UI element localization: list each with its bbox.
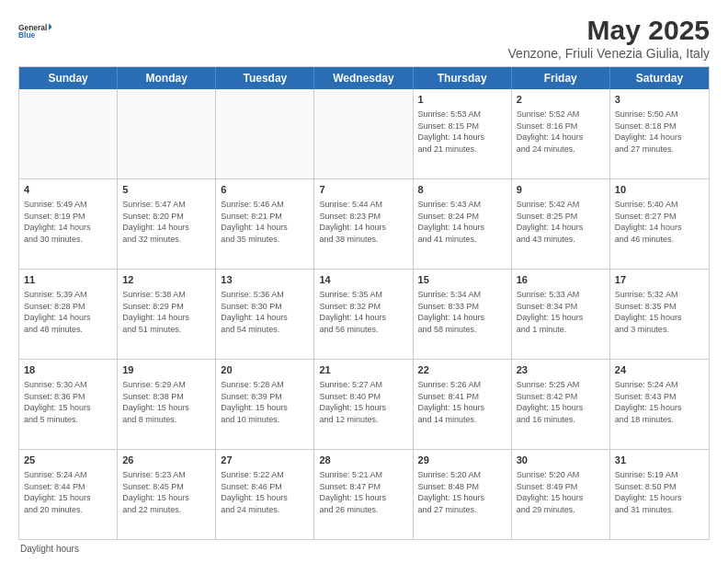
calendar-cell: 7Sunrise: 5:44 AM Sunset: 8:23 PM Daylig…	[314, 179, 413, 269]
subtitle: Venzone, Friuli Venezia Giulia, Italy	[508, 46, 710, 61]
calendar-cell: 30Sunrise: 5:20 AM Sunset: 8:49 PM Dayli…	[512, 450, 610, 539]
svg-text:Blue: Blue	[18, 30, 36, 40]
day-header-monday: Monday	[118, 67, 216, 89]
day-number: 3	[615, 93, 704, 107]
calendar-cell: 29Sunrise: 5:20 AM Sunset: 8:48 PM Dayli…	[414, 450, 512, 539]
sun-info: Sunrise: 5:32 AM Sunset: 8:35 PM Dayligh…	[615, 290, 682, 334]
day-number: 16	[517, 273, 605, 287]
calendar-cell	[216, 89, 314, 178]
day-number: 21	[319, 363, 407, 377]
day-number: 17	[615, 273, 704, 287]
sun-info: Sunrise: 5:52 AM Sunset: 8:16 PM Dayligh…	[517, 109, 584, 154]
day-number: 12	[122, 273, 210, 287]
calendar-week-3: 11Sunrise: 5:39 AM Sunset: 8:28 PM Dayli…	[19, 270, 709, 360]
calendar-cell: 11Sunrise: 5:39 AM Sunset: 8:28 PM Dayli…	[19, 270, 118, 359]
day-number: 5	[122, 183, 210, 197]
day-number: 10	[615, 183, 704, 197]
day-number: 25	[24, 454, 112, 467]
sun-info: Sunrise: 5:36 AM Sunset: 8:30 PM Dayligh…	[221, 290, 288, 334]
calendar-week-2: 4Sunrise: 5:49 AM Sunset: 8:19 PM Daylig…	[19, 179, 709, 270]
sun-info: Sunrise: 5:20 AM Sunset: 8:48 PM Dayligh…	[418, 470, 485, 514]
calendar-cell: 15Sunrise: 5:34 AM Sunset: 8:33 PM Dayli…	[414, 270, 512, 359]
sun-info: Sunrise: 5:50 AM Sunset: 8:18 PM Dayligh…	[615, 109, 682, 154]
day-number: 9	[517, 183, 605, 197]
calendar-cell: 9Sunrise: 5:42 AM Sunset: 8:25 PM Daylig…	[512, 179, 610, 269]
page: General Blue May 2025 Venzone, Friuli Ve…	[0, 0, 728, 563]
calendar-cell	[19, 89, 118, 178]
calendar-cell: 2Sunrise: 5:52 AM Sunset: 8:16 PM Daylig…	[512, 89, 610, 178]
sun-info: Sunrise: 5:28 AM Sunset: 8:39 PM Dayligh…	[221, 380, 288, 424]
day-number: 7	[319, 183, 407, 197]
sun-info: Sunrise: 5:35 AM Sunset: 8:32 PM Dayligh…	[319, 290, 386, 334]
calendar-cell: 3Sunrise: 5:50 AM Sunset: 8:18 PM Daylig…	[610, 89, 709, 178]
sun-info: Sunrise: 5:53 AM Sunset: 8:15 PM Dayligh…	[418, 109, 485, 154]
sun-info: Sunrise: 5:29 AM Sunset: 8:38 PM Dayligh…	[122, 380, 189, 424]
calendar-cell: 1Sunrise: 5:53 AM Sunset: 8:15 PM Daylig…	[414, 89, 512, 178]
calendar-cell: 31Sunrise: 5:19 AM Sunset: 8:50 PM Dayli…	[610, 450, 709, 539]
day-number: 24	[615, 363, 704, 377]
calendar-cell: 14Sunrise: 5:35 AM Sunset: 8:32 PM Dayli…	[314, 270, 413, 359]
sun-info: Sunrise: 5:23 AM Sunset: 8:45 PM Dayligh…	[122, 470, 189, 514]
calendar-body: 1Sunrise: 5:53 AM Sunset: 8:15 PM Daylig…	[19, 89, 709, 539]
day-number: 28	[319, 454, 407, 467]
calendar-cell: 4Sunrise: 5:49 AM Sunset: 8:19 PM Daylig…	[19, 179, 118, 269]
calendar-cell: 20Sunrise: 5:28 AM Sunset: 8:39 PM Dayli…	[216, 360, 314, 449]
calendar-week-4: 18Sunrise: 5:30 AM Sunset: 8:36 PM Dayli…	[19, 360, 709, 450]
calendar-cell: 27Sunrise: 5:22 AM Sunset: 8:46 PM Dayli…	[216, 450, 314, 539]
calendar-cell: 6Sunrise: 5:46 AM Sunset: 8:21 PM Daylig…	[216, 179, 314, 269]
calendar-week-5: 25Sunrise: 5:24 AM Sunset: 8:44 PM Dayli…	[19, 450, 709, 539]
calendar-cell: 16Sunrise: 5:33 AM Sunset: 8:34 PM Dayli…	[512, 270, 610, 359]
calendar-cell: 23Sunrise: 5:25 AM Sunset: 8:42 PM Dayli…	[512, 360, 610, 449]
day-number: 2	[517, 93, 605, 107]
calendar-cell: 28Sunrise: 5:21 AM Sunset: 8:47 PM Dayli…	[314, 450, 413, 539]
calendar-cell: 25Sunrise: 5:24 AM Sunset: 8:44 PM Dayli…	[19, 450, 118, 539]
sun-info: Sunrise: 5:33 AM Sunset: 8:34 PM Dayligh…	[517, 290, 584, 334]
day-number: 27	[221, 454, 309, 467]
calendar-cell: 19Sunrise: 5:29 AM Sunset: 8:38 PM Dayli…	[118, 360, 216, 449]
day-number: 6	[221, 183, 309, 197]
sun-info: Sunrise: 5:25 AM Sunset: 8:42 PM Dayligh…	[517, 380, 584, 424]
calendar: SundayMondayTuesdayWednesdayThursdayFrid…	[18, 66, 710, 540]
sun-info: Sunrise: 5:43 AM Sunset: 8:24 PM Dayligh…	[418, 200, 485, 244]
day-number: 26	[122, 454, 210, 467]
sun-info: Sunrise: 5:22 AM Sunset: 8:46 PM Dayligh…	[221, 470, 288, 514]
calendar-cell: 17Sunrise: 5:32 AM Sunset: 8:35 PM Dayli…	[610, 270, 709, 359]
day-header-sunday: Sunday	[19, 67, 118, 89]
calendar-cell: 5Sunrise: 5:47 AM Sunset: 8:20 PM Daylig…	[118, 179, 216, 269]
calendar-cell: 10Sunrise: 5:40 AM Sunset: 8:27 PM Dayli…	[610, 179, 709, 269]
sun-info: Sunrise: 5:46 AM Sunset: 8:21 PM Dayligh…	[221, 200, 288, 244]
calendar-header: SundayMondayTuesdayWednesdayThursdayFrid…	[19, 67, 709, 89]
day-number: 14	[319, 273, 407, 287]
day-number: 31	[615, 454, 704, 467]
day-number: 4	[24, 183, 112, 197]
sun-info: Sunrise: 5:26 AM Sunset: 8:41 PM Dayligh…	[418, 380, 485, 424]
day-header-tuesday: Tuesday	[216, 67, 314, 89]
day-number: 19	[122, 363, 210, 377]
calendar-cell: 24Sunrise: 5:24 AM Sunset: 8:43 PM Dayli…	[610, 360, 709, 449]
sun-info: Sunrise: 5:44 AM Sunset: 8:23 PM Dayligh…	[319, 200, 386, 244]
day-number: 20	[221, 363, 309, 377]
header: General Blue May 2025 Venzone, Friuli Ve…	[18, 15, 710, 61]
footer-note: Daylight hours	[18, 544, 710, 554]
sun-info: Sunrise: 5:30 AM Sunset: 8:36 PM Dayligh…	[24, 380, 91, 424]
logo-svg: General Blue	[18, 15, 51, 48]
sun-info: Sunrise: 5:39 AM Sunset: 8:28 PM Dayligh…	[24, 290, 91, 334]
sun-info: Sunrise: 5:21 AM Sunset: 8:47 PM Dayligh…	[319, 470, 386, 514]
calendar-cell: 13Sunrise: 5:36 AM Sunset: 8:30 PM Dayli…	[216, 270, 314, 359]
sun-info: Sunrise: 5:24 AM Sunset: 8:43 PM Dayligh…	[615, 380, 682, 424]
calendar-week-1: 1Sunrise: 5:53 AM Sunset: 8:15 PM Daylig…	[19, 89, 709, 179]
sun-info: Sunrise: 5:49 AM Sunset: 8:19 PM Dayligh…	[24, 200, 91, 244]
day-number: 15	[418, 273, 506, 287]
day-number: 18	[24, 363, 112, 377]
sun-info: Sunrise: 5:38 AM Sunset: 8:29 PM Dayligh…	[122, 290, 189, 334]
day-number: 30	[517, 454, 605, 467]
calendar-cell: 26Sunrise: 5:23 AM Sunset: 8:45 PM Dayli…	[118, 450, 216, 539]
day-number: 13	[221, 273, 309, 287]
calendar-cell	[118, 89, 216, 178]
calendar-cell: 12Sunrise: 5:38 AM Sunset: 8:29 PM Dayli…	[118, 270, 216, 359]
svg-marker-2	[49, 24, 51, 30]
sun-info: Sunrise: 5:19 AM Sunset: 8:50 PM Dayligh…	[615, 470, 682, 514]
logo: General Blue	[18, 15, 51, 48]
calendar-cell: 18Sunrise: 5:30 AM Sunset: 8:36 PM Dayli…	[19, 360, 118, 449]
day-header-friday: Friday	[512, 67, 610, 89]
